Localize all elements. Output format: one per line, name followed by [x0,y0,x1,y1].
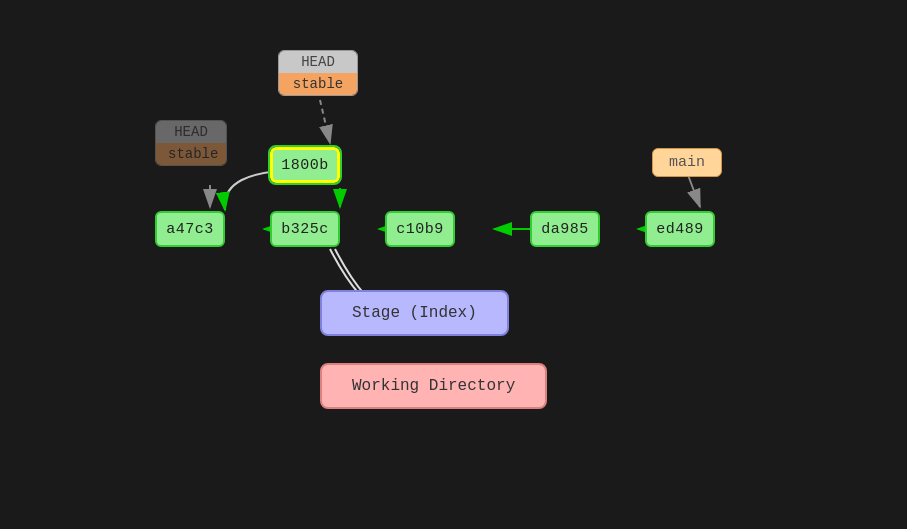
head-ghost-top: HEAD [156,121,226,143]
svg-line-9 [688,175,700,207]
arrows-svg [0,0,907,529]
head-ghost-bottom: stable [156,143,226,165]
commit-a47c3: a47c3 [155,211,225,247]
commit-ed489: ed489 [645,211,715,247]
commit-c10b9: c10b9 [385,211,455,247]
head-current-bottom: stable [279,73,357,95]
head-current-top: HEAD [279,51,357,73]
commit-b325c: b325c [270,211,340,247]
svg-line-7 [320,100,330,143]
git-diagram: HEAD stable HEAD stable main 1800b b325c… [0,0,907,529]
commit-1800b: 1800b [270,147,340,183]
head-label-ghost: HEAD stable [155,120,227,166]
main-label: main [652,148,722,177]
head-label-current: HEAD stable [278,50,358,96]
commit-da985: da985 [530,211,600,247]
working-dir-box: Working Directory [320,363,547,409]
stage-box: Stage (Index) [320,290,509,336]
